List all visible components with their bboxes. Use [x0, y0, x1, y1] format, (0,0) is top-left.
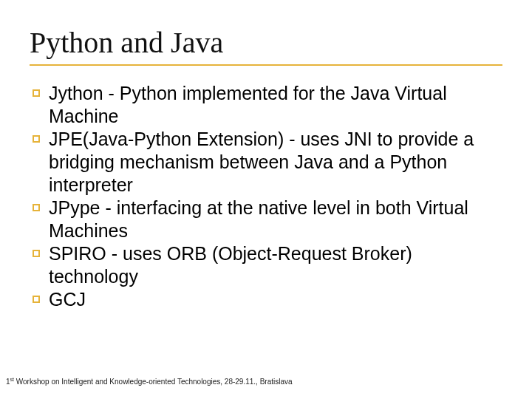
bullet-text: JPE(Java-Python Extension) - uses JNI to…	[49, 129, 474, 195]
list-item: JPE(Java-Python Extension) - uses JNI to…	[33, 128, 502, 197]
square-bullet-icon	[33, 250, 40, 257]
bullet-text: SPIRO - uses ORB (Object-Request Broker)…	[49, 243, 412, 287]
square-bullet-icon	[33, 135, 40, 143]
square-bullet-icon	[33, 89, 40, 97]
list-item: JPype - interfacing at the native level …	[33, 197, 502, 242]
footer-text: Workshop on Intelligent and Knowledge-or…	[14, 378, 293, 386]
bullet-text: JPype - interfacing at the native level …	[49, 197, 468, 241]
slide-title: Python and Java	[30, 25, 502, 60]
bullet-list: Jython - Python implemented for the Java…	[30, 82, 502, 311]
list-item: Jython - Python implemented for the Java…	[33, 82, 502, 128]
bullet-text: Jython - Python implemented for the Java…	[49, 83, 447, 126]
title-underline	[30, 64, 502, 66]
list-item: GCJ	[33, 288, 502, 311]
slide-footer: 1st Workshop on Intelligent and Knowledg…	[6, 377, 293, 386]
square-bullet-icon	[33, 204, 40, 211]
slide: Python and Java Jython - Python implemen…	[0, 0, 532, 399]
bullet-text: GCJ	[49, 289, 86, 310]
square-bullet-icon	[33, 296, 40, 303]
list-item: SPIRO - uses ORB (Object-Request Broker)…	[33, 242, 502, 288]
